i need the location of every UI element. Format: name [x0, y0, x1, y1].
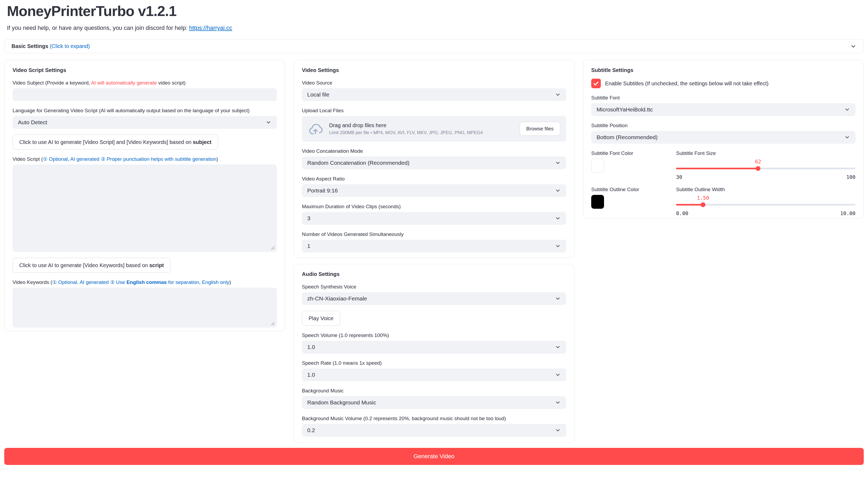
generate-keywords-button[interactable]: Click to use AI to generate [Video Keywo… — [12, 258, 170, 273]
panel-title: Subtitle Settings — [591, 67, 856, 73]
voice-value: zh-CN-Xiaoxiao-Female — [307, 296, 367, 302]
voice-select[interactable]: zh-CN-Xiaoxiao-Female — [302, 292, 566, 305]
expander-label: Basic Settings (Click to expand) — [11, 43, 90, 49]
subtitle-font-label: Subtitle Font — [591, 94, 856, 101]
subtitle-outline-width-slider[interactable]: 1.50 0.00 10.00 — [676, 195, 856, 216]
slider-track[interactable] — [676, 166, 856, 171]
script-language-label: Language for Generating Video Script (AI… — [12, 107, 277, 114]
clip-duration-value: 3 — [307, 215, 310, 221]
chevron-down-icon — [555, 92, 561, 98]
bg-music-select[interactable]: Random Background Music — [302, 396, 566, 409]
slider-track[interactable] — [676, 202, 856, 207]
page-title: MoneyPrinterTurbo v1.2.1 — [7, 3, 177, 19]
generate-video-button[interactable]: Generate Video — [4, 448, 864, 465]
browse-files-button[interactable]: Browse files — [520, 122, 560, 136]
subtitle-font-size-label: Subtitle Font Size — [676, 149, 856, 157]
clip-duration-label: Maximum Duration of Video Clips (seconds… — [302, 203, 566, 210]
chevron-down-icon — [850, 43, 857, 49]
aspect-ratio-label: Video Aspect Ratio — [302, 175, 566, 182]
bg-music-volume-label: Background Music Volume (0.2 represents … — [302, 415, 566, 422]
enable-subtitles-label: Enable Subtitles (If unchecked, the sett… — [605, 80, 769, 87]
slider-max: 10.00 — [840, 210, 856, 216]
app-page: MoneyPrinterTurbo v1.2.1 If you need hel… — [0, 0, 868, 478]
subtitle-position-value: Bottom (Recommended) — [596, 134, 658, 140]
video-subject-label: Video Subject (Provide a keyword, AI wil… — [12, 79, 277, 87]
video-source-label: Video Source — [302, 79, 566, 87]
subtitle-font-color-picker[interactable] — [591, 159, 604, 172]
voice-label: Speech Synthesis Voice — [302, 283, 566, 290]
concat-mode-select[interactable]: Random Concatenation (Recommended) — [302, 157, 566, 169]
dropzone-hint: Limit 200MB per file • MP4, MOV, AVI, FL… — [329, 130, 520, 135]
subtitle-outline-width-label: Subtitle Outline Width — [676, 186, 856, 193]
video-count-select[interactable]: 1 — [302, 240, 566, 252]
video-source-select[interactable]: Local file — [302, 88, 566, 101]
bg-music-volume-select[interactable]: 0.2 — [302, 424, 566, 437]
video-script-label: Video Script (① Optional, AI generated ②… — [12, 156, 277, 163]
enable-subtitles-checkbox[interactable] — [591, 79, 601, 88]
subtitle-outline-color-picker[interactable] — [591, 195, 604, 209]
speech-volume-label: Speech Volume (1.0 represents 100%) — [302, 332, 566, 339]
slider-value: 1.50 — [697, 195, 709, 201]
upload-cloud-icon — [308, 122, 323, 135]
generate-script-and-keywords-button[interactable]: Click to use AI to generate [Video Scrip… — [12, 135, 218, 149]
help-text-prefix: If you need help, or have any questions,… — [7, 25, 189, 31]
help-text: If you need help, or have any questions,… — [7, 25, 232, 31]
slider-min: 30 — [676, 174, 682, 180]
slider-thumb[interactable] — [701, 202, 706, 207]
audio-settings-panel: Audio Settings Speech Synthesis Voice zh… — [293, 264, 575, 443]
panel-title: Video Settings — [302, 67, 566, 73]
speech-volume-select[interactable]: 1.0 — [302, 341, 566, 353]
slider-value: 62 — [755, 159, 761, 165]
slider-min: 0.00 — [676, 210, 688, 216]
chevron-down-icon — [266, 120, 272, 125]
expander-title: Basic Settings — [11, 43, 50, 49]
video-settings-panel: Video Settings Video Source Local file U… — [293, 60, 575, 258]
basic-settings-expander[interactable]: Basic Settings (Click to expand) — [4, 39, 864, 53]
video-script-settings-panel: Video Script Settings Video Subject (Pro… — [4, 60, 285, 331]
video-keywords-label: Video Keywords (① Optional, AI generated… — [12, 279, 277, 286]
chevron-down-icon — [555, 400, 561, 406]
chevron-down-icon — [555, 428, 561, 433]
panel-title: Audio Settings — [302, 271, 566, 277]
subtitle-font-select[interactable]: MicrosoftYaHeiBold.ttc — [591, 103, 856, 116]
speech-rate-select[interactable]: 1.0 — [302, 369, 566, 381]
checkmark-icon — [593, 80, 599, 87]
video-script-textarea[interactable] — [12, 165, 277, 252]
chevron-down-icon — [844, 134, 850, 140]
speech-volume-value: 1.0 — [307, 344, 315, 350]
panel-title: Video Script Settings — [12, 67, 277, 73]
aspect-ratio-value: Portrait 9:16 — [307, 187, 338, 194]
concat-mode-value: Random Concatenation (Recommended) — [307, 160, 409, 166]
subtitle-font-color-label: Subtitle Font Color — [591, 149, 669, 157]
script-language-value: Auto Detect — [18, 119, 47, 126]
upload-files-label: Upload Local Files — [302, 107, 566, 114]
slider-max: 100 — [846, 174, 856, 180]
subtitle-settings-panel: Subtitle Settings Enable Subtitles (If u… — [583, 60, 864, 218]
speech-rate-label: Speech Rate (1.0 means 1x speed) — [302, 360, 566, 367]
speech-rate-value: 1.0 — [307, 372, 315, 378]
subtitle-position-select[interactable]: Bottom (Recommended) — [591, 131, 856, 144]
chevron-down-icon — [555, 215, 561, 221]
file-dropzone[interactable]: Drag and drop files here Limit 200MB per… — [302, 116, 566, 142]
video-keywords-textarea[interactable] — [12, 288, 277, 328]
chevron-down-icon — [555, 296, 561, 302]
subtitle-font-size-group: Subtitle Font Size 62 30 100 — [676, 149, 856, 180]
chevron-down-icon — [555, 243, 561, 249]
clip-duration-select[interactable]: 3 — [302, 212, 566, 225]
subtitle-outline-color-label: Subtitle Outline Color — [591, 186, 669, 193]
subtitle-font-color-group: Subtitle Font Color — [591, 149, 669, 180]
subtitle-outline-color-group: Subtitle Outline Color — [591, 186, 669, 216]
video-subject-input[interactable] — [12, 88, 277, 101]
video-source-value: Local file — [307, 92, 329, 98]
discord-help-link[interactable]: https://harryai.cc — [189, 25, 232, 31]
bg-music-value: Random Background Music — [307, 399, 376, 406]
slider-thumb[interactable] — [756, 166, 761, 171]
subtitle-position-label: Subtitle Position — [591, 122, 856, 129]
aspect-ratio-select[interactable]: Portrait 9:16 — [302, 184, 566, 197]
subtitle-outline-width-group: Subtitle Outline Width 1.50 0.00 10.00 — [676, 186, 856, 216]
chevron-down-icon — [555, 344, 561, 350]
play-voice-button[interactable]: Play Voice — [302, 311, 340, 326]
bg-music-volume-value: 0.2 — [307, 427, 315, 434]
script-language-select[interactable]: Auto Detect — [12, 116, 277, 129]
subtitle-font-size-slider[interactable]: 62 30 100 — [676, 159, 856, 180]
